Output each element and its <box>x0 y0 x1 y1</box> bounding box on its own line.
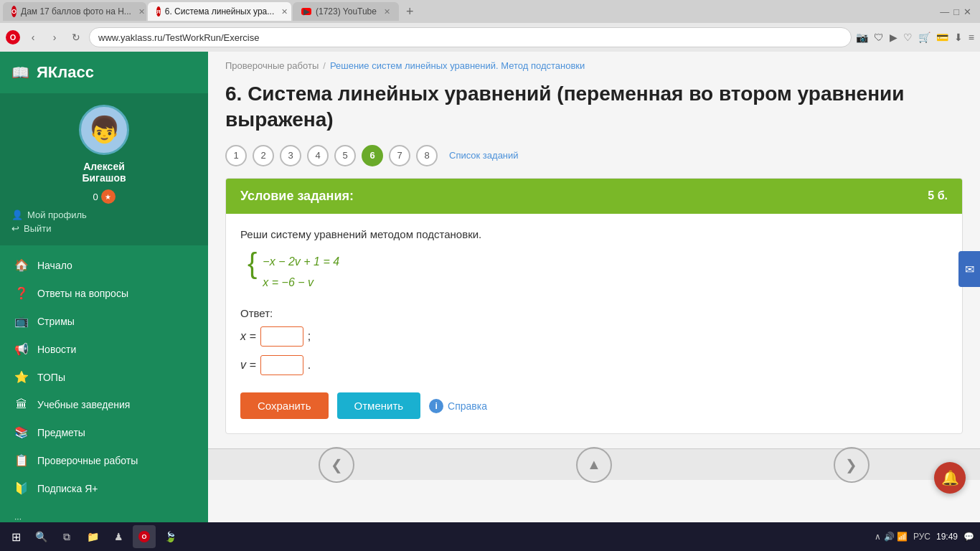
breadcrumb: Проверочные работы / Решение систем лине… <box>208 52 980 75</box>
tab-youtube-icon: ▶ <box>301 8 311 15</box>
sidebar-item-answers-label: Ответы на вопросы <box>37 288 128 299</box>
camera-icon[interactable]: 📷 <box>856 32 868 43</box>
task-num-7[interactable]: 7 <box>389 145 410 166</box>
logout-icon: ↩ <box>11 223 19 234</box>
answer-input-x[interactable] <box>260 326 303 347</box>
subscription-icon: 🔰 <box>14 481 29 495</box>
sidebar-item-subjects[interactable]: 📚 Предметы <box>0 418 208 446</box>
task-num-2[interactable]: 2 <box>253 145 274 166</box>
equation-brace: { <box>248 249 257 278</box>
sidebar-item-answers[interactable]: ❓ Ответы на вопросы <box>0 279 208 307</box>
taskbar-opera-icon: O <box>138 531 150 542</box>
tab-2-close[interactable]: ✕ <box>281 7 288 17</box>
tab-opera-icon: O <box>11 6 17 17</box>
tab-3-close[interactable]: ✕ <box>384 7 390 17</box>
shield-icon[interactable]: 🛡 <box>874 32 884 43</box>
sidebar-item-schools[interactable]: 🏛 Учебные заведения <box>0 391 208 418</box>
schools-icon: 🏛 <box>14 398 29 411</box>
task-num-5[interactable]: 5 <box>334 145 356 166</box>
answer-input-v[interactable] <box>260 355 303 375</box>
tray-notification: 💬 <box>963 532 974 542</box>
breadcrumb-root[interactable]: Проверочные работы <box>225 60 319 71</box>
more-icon: ··· <box>14 514 22 522</box>
dot: . <box>308 359 311 372</box>
heart-icon[interactable]: ♡ <box>903 32 913 43</box>
menu-icon[interactable]: ≡ <box>969 32 974 43</box>
task-num-1[interactable]: 1 <box>225 145 247 166</box>
condition-title: Условие задания: <box>240 189 354 204</box>
profile-link[interactable]: 👤 Мой профиль <box>11 209 87 220</box>
help-button[interactable]: i Справка <box>429 399 487 413</box>
cart-icon[interactable]: 🛒 <box>918 32 930 43</box>
tab-1-label: Дам 17 баллов фото на Н... <box>21 6 131 17</box>
sidebar-item-home[interactable]: 🏠 Начало <box>0 251 208 279</box>
prev-task-button[interactable]: ❮ <box>319 447 354 483</box>
minimize-button[interactable]: — <box>940 6 949 17</box>
play-icon[interactable]: ▶ <box>890 32 897 43</box>
task-description: Реши систему уравнений методом подстанов… <box>240 228 948 240</box>
tab-3-label: (1723) YouTube <box>316 6 377 17</box>
logout-link[interactable]: ↩ Выйти <box>11 223 52 234</box>
equation-2: x = −6 − v <box>263 273 339 293</box>
taskbar-opera[interactable]: O <box>133 525 156 548</box>
download-icon[interactable]: ⬇ <box>954 32 963 43</box>
maximize-button[interactable]: □ <box>953 6 959 17</box>
tab-3[interactable]: ▶ (1723) YouTube ✕ <box>293 2 399 21</box>
taskbar-search[interactable]: 🔍 <box>29 525 52 548</box>
tab-bar: O Дам 17 баллов фото на Н... ✕ Я 6. Сист… <box>0 0 980 23</box>
sidebar-item-subscription[interactable]: 🔰 Подписка Я+ <box>0 474 208 502</box>
browser-actions: 📷 🛡 ▶ ♡ 🛒 💳 ⬇ ≡ <box>856 32 974 43</box>
cancel-button[interactable]: Отменить <box>337 392 421 419</box>
task-list-link[interactable]: Список заданий <box>449 150 519 161</box>
tests-icon: 📋 <box>14 453 29 467</box>
mail-tab[interactable]: ✉ <box>958 251 980 287</box>
answer-row-v: v = . <box>240 355 948 375</box>
close-button[interactable]: ✕ <box>963 6 971 17</box>
task-num-6[interactable]: 6 <box>362 145 383 166</box>
sidebar-item-tests[interactable]: 📋 Проверочные работы <box>0 446 208 474</box>
wallet-icon[interactable]: 💳 <box>936 32 948 43</box>
breadcrumb-current[interactable]: Решение систем линейных уравнений. Метод… <box>330 60 585 71</box>
sidebar-item-streams[interactable]: 📺 Стримы <box>0 307 208 335</box>
sidebar-user: 👦 АлексейБигашов 0 ★ 👤 Мой профиль ↩ Вый… <box>0 93 208 245</box>
notification-bell[interactable]: 🔔 <box>934 462 966 494</box>
more-button[interactable]: ··· <box>0 508 208 522</box>
new-tab-button[interactable]: + <box>400 4 420 19</box>
user-name: АлексейБигашов <box>82 161 126 184</box>
save-button[interactable]: Сохранить <box>240 392 329 419</box>
sidebar-item-tests-label: Проверочные работы <box>37 455 138 466</box>
reload-button[interactable]: ↻ <box>67 29 85 46</box>
score-value: 0 <box>93 192 98 202</box>
breadcrumb-separator: / <box>323 60 326 71</box>
task-num-8[interactable]: 8 <box>416 145 438 166</box>
tab-2[interactable]: Я 6. Система линейных ура... ✕ <box>148 2 291 21</box>
url-input[interactable] <box>89 27 852 47</box>
page-title: 6. Система линейных уравнений (переменна… <box>208 75 980 145</box>
answer-section: Ответ: x = ; v = . <box>240 307 948 375</box>
next-task-button[interactable]: ❯ <box>834 447 870 483</box>
up-button[interactable]: ▲ <box>576 447 612 483</box>
taskbar-steam[interactable]: ♟ <box>107 525 130 548</box>
bottom-navigation: ❮ ▲ ❯ <box>208 448 980 480</box>
task-num-4[interactable]: 4 <box>307 145 329 166</box>
back-button[interactable]: ‹ <box>24 29 42 46</box>
start-button[interactable]: ⊞ <box>6 527 27 547</box>
news-icon: 📢 <box>14 342 29 356</box>
tab-1-close[interactable]: ✕ <box>138 7 145 17</box>
taskbar-task-view[interactable]: ⧉ <box>55 525 78 548</box>
sidebar-item-news[interactable]: 📢 Новости <box>0 335 208 363</box>
condition-body: Реши систему уравнений методом подстанов… <box>226 214 962 434</box>
answer-row-x: x = ; <box>240 326 948 347</box>
buttons-row: Сохранить Отменить i Справка <box>240 392 948 419</box>
taskbar-file-manager[interactable]: 📁 <box>81 525 104 548</box>
sidebar-item-tops[interactable]: ⭐ ТОПы <box>0 363 208 391</box>
tab-1[interactable]: O Дам 17 баллов фото на Н... ✕ <box>3 2 146 21</box>
logout-link-label: Выйти <box>24 223 52 234</box>
task-num-3[interactable]: 3 <box>280 145 301 166</box>
help-icon: i <box>429 399 443 413</box>
answer-label: Ответ: <box>240 307 948 319</box>
forward-button[interactable]: › <box>46 29 63 46</box>
sidebar-item-streams-label: Стримы <box>37 316 75 327</box>
taskbar-extra[interactable]: 🍃 <box>159 525 182 548</box>
browser-chrome: O Дам 17 баллов фото на Н... ✕ Я 6. Сист… <box>0 0 980 52</box>
